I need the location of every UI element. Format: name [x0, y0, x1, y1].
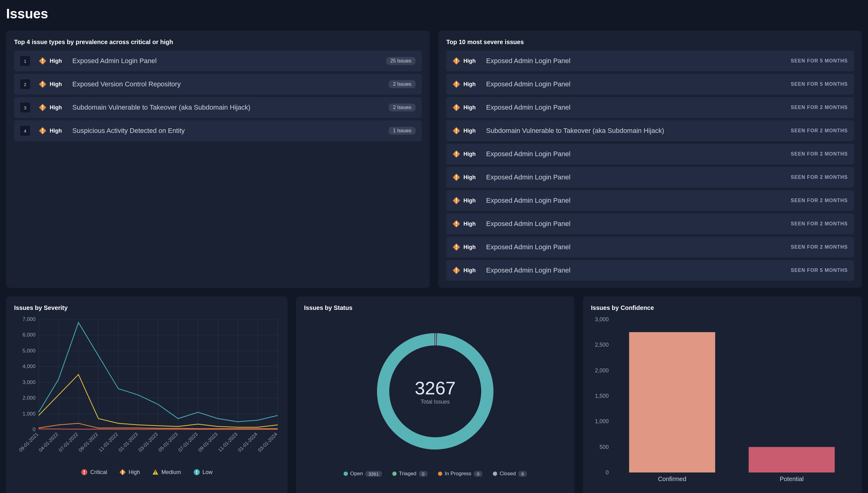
- high-icon: [39, 104, 46, 111]
- severity-label: High: [463, 58, 479, 64]
- svg-text:03-01-2023: 03-01-2023: [137, 431, 159, 453]
- severity-label: High: [463, 128, 479, 134]
- seen-for-label: SEEN FOR 2 MONTHS: [791, 221, 848, 227]
- medium-icon: [152, 469, 159, 475]
- svg-text:1,000: 1,000: [22, 411, 36, 417]
- severity-label: High: [49, 104, 65, 111]
- legend-high[interactable]: High: [119, 469, 140, 475]
- svg-text:11-01-2023: 11-01-2023: [217, 431, 239, 453]
- issue-type-row[interactable]: 4 High Suspicious Activity Detected on E…: [14, 120, 422, 141]
- issues-by-status-panel: Issues by Status 3267 Total Issues Open …: [296, 296, 574, 493]
- seen-for-label: SEEN FOR 5 MONTHS: [791, 58, 848, 64]
- svg-rect-28: [456, 175, 457, 178]
- svg-rect-89: [122, 473, 123, 474]
- severe-issue-name: Exposed Admin Login Panel: [486, 243, 791, 251]
- svg-text:Confirmed: Confirmed: [658, 475, 686, 482]
- status-legend-item[interactable]: Open 3261: [344, 471, 382, 477]
- svg-rect-37: [456, 245, 457, 248]
- legend-low[interactable]: Low: [194, 469, 213, 475]
- severity-label: High: [463, 81, 479, 88]
- svg-rect-7: [42, 105, 43, 108]
- rank-badge: 1: [20, 56, 30, 66]
- legend-label: Triaged: [399, 471, 417, 477]
- high-icon: [39, 80, 46, 88]
- svg-rect-13: [456, 59, 457, 61]
- severity-line-chart: 01,0002,0003,0004,0005,0006,0007,00009-0…: [14, 316, 281, 463]
- svg-rect-104: [629, 332, 715, 472]
- severe-issue-row[interactable]: High Exposed Admin Login Panel SEEN FOR …: [446, 190, 854, 211]
- severe-issue-row[interactable]: High Exposed Admin Login Panel SEEN FOR …: [446, 74, 854, 94]
- rank-badge: 3: [20, 103, 30, 112]
- svg-text:07-01-2023: 07-01-2023: [177, 431, 199, 453]
- issue-type-row[interactable]: 1 High Exposed Admin Login Panel 25 Issu…: [14, 50, 422, 71]
- high-icon: [452, 220, 460, 228]
- svg-text:6,000: 6,000: [22, 332, 36, 338]
- svg-rect-41: [456, 272, 457, 273]
- severe-issue-name: Subdomain Vulnerable to Takeover (aka Su…: [486, 127, 791, 135]
- severe-issue-name: Exposed Admin Login Panel: [486, 220, 791, 228]
- issues-by-confidence-title: Issues by Confidence: [591, 304, 854, 312]
- legend-count: 3261: [365, 471, 382, 477]
- issues-by-severity-title: Issues by Severity: [14, 304, 280, 312]
- svg-text:05-01-2023: 05-01-2023: [157, 431, 179, 453]
- top-severe-title: Top 10 most severe issues: [446, 39, 854, 46]
- severe-issue-name: Exposed Admin Login Panel: [486, 57, 791, 65]
- top-issue-types-panel: Top 4 issue types by prevalence across c…: [6, 30, 430, 288]
- severe-issue-row[interactable]: High Subdomain Vulnerable to Takeover (a…: [446, 120, 854, 141]
- severe-issue-row[interactable]: High Exposed Admin Login Panel SEEN FOR …: [446, 97, 854, 118]
- severe-issue-row[interactable]: High Exposed Admin Login Panel SEEN FOR …: [446, 144, 854, 165]
- legend-dot: [344, 472, 348, 476]
- svg-text:7,000: 7,000: [22, 316, 36, 322]
- top-severe-panel: Top 10 most severe issues High Exposed A…: [438, 30, 862, 288]
- severe-issue-row[interactable]: High Exposed Admin Login Panel SEEN FOR …: [446, 167, 854, 188]
- severity-label: High: [463, 151, 479, 157]
- svg-rect-26: [456, 155, 457, 156]
- status-legend-item[interactable]: Triaged 0: [392, 471, 428, 477]
- issue-type-name: Subdomain Vulnerable to Takeover (aka Su…: [72, 104, 389, 111]
- issue-count-badge: 1 Issues: [389, 127, 416, 135]
- issue-count-badge: 2 Issues: [389, 80, 416, 88]
- legend-dot: [493, 472, 497, 476]
- svg-rect-20: [456, 109, 457, 110]
- legend-critical[interactable]: Critical: [81, 469, 107, 475]
- severe-issue-row[interactable]: High Exposed Admin Login Panel SEEN FOR …: [446, 50, 854, 71]
- svg-rect-25: [456, 152, 457, 154]
- severity-label: High: [463, 244, 479, 251]
- status-legend-item[interactable]: Closed 6: [493, 471, 527, 477]
- high-icon: [39, 127, 46, 135]
- issue-type-name: Exposed Version Control Repository: [72, 80, 389, 88]
- high-icon: [452, 243, 460, 251]
- issue-type-row[interactable]: 3 High Subdomain Vulnerable to Takeover …: [14, 97, 422, 118]
- svg-rect-35: [456, 225, 457, 226]
- severe-issue-name: Exposed Admin Login Panel: [486, 80, 791, 88]
- svg-text:09-01-2023: 09-01-2023: [197, 431, 219, 453]
- svg-rect-4: [42, 82, 43, 85]
- severe-issue-row[interactable]: High Exposed Admin Login Panel SEEN FOR …: [446, 237, 854, 258]
- issue-type-row[interactable]: 2 High Exposed Version Control Repositor…: [14, 74, 422, 94]
- svg-rect-91: [155, 471, 156, 473]
- seen-for-label: SEEN FOR 2 MONTHS: [791, 151, 848, 157]
- svg-rect-19: [456, 105, 457, 108]
- svg-rect-22: [456, 128, 457, 131]
- svg-rect-106: [749, 447, 835, 472]
- legend-medium[interactable]: Medium: [152, 469, 181, 475]
- high-icon: [119, 469, 126, 475]
- issue-count-badge: 25 Issues: [386, 57, 416, 65]
- legend-dot: [438, 472, 442, 476]
- svg-text:07-01-2022: 07-01-2022: [58, 431, 79, 453]
- severity-label: High: [463, 221, 479, 227]
- issue-type-name: Exposed Admin Login Panel: [72, 57, 386, 65]
- severe-issue-name: Exposed Admin Login Panel: [486, 150, 791, 158]
- high-icon: [452, 80, 460, 88]
- status-legend-item[interactable]: In Progress 0: [438, 471, 482, 477]
- svg-rect-1: [42, 59, 43, 61]
- svg-rect-2: [42, 62, 43, 63]
- severe-issue-name: Exposed Admin Login Panel: [486, 104, 791, 111]
- confidence-bar-chart: 05001,0001,5002,0002,5003,000ConfirmedPo…: [591, 316, 854, 488]
- seen-for-label: SEEN FOR 2 MONTHS: [791, 244, 848, 250]
- svg-text:03-01-2024: 03-01-2024: [257, 431, 278, 453]
- rank-badge: 4: [20, 126, 30, 136]
- severity-legend: Critical High Medium Low: [14, 469, 280, 475]
- severe-issue-row[interactable]: High Exposed Admin Login Panel SEEN FOR …: [446, 260, 854, 281]
- severe-issue-row[interactable]: High Exposed Admin Login Panel SEEN FOR …: [446, 213, 854, 234]
